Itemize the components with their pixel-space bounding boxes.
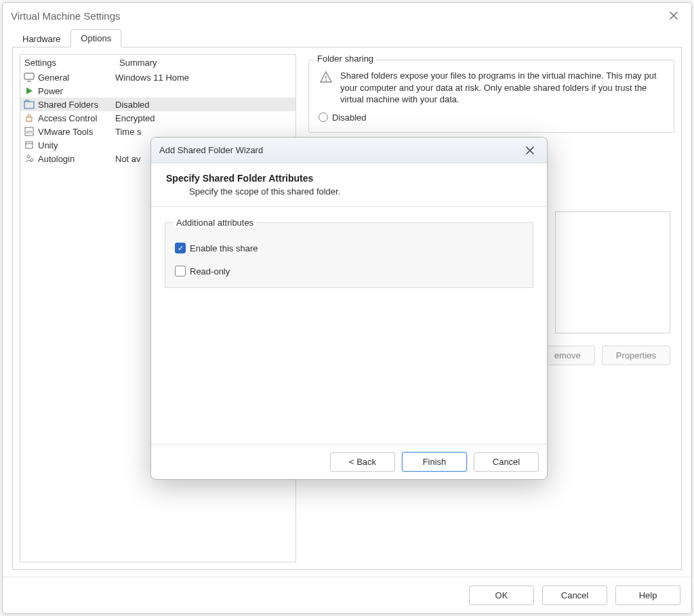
radio-icon <box>319 112 328 122</box>
folder-sharing-legend: Folder sharing <box>314 54 376 64</box>
settings-row-power[interactable]: Power <box>20 84 295 98</box>
shared-folder-icon <box>23 99 35 110</box>
enable-share-label: Enable this share <box>190 243 258 253</box>
folder-sharing-warning: Shared folders expose your files to prog… <box>340 70 664 106</box>
ok-button[interactable]: OK <box>469 586 534 605</box>
finish-button[interactable]: Finish <box>402 452 467 472</box>
row-summary: Time s <box>115 127 293 137</box>
settings-row-general[interactable]: General Windows 11 Home <box>20 70 295 84</box>
readonly-row[interactable]: Read-only <box>175 266 525 276</box>
settings-row-shared-folders[interactable]: Shared Folders Disabled <box>20 98 295 111</box>
settings-row-vmware-tools[interactable]: vm VMware Tools Time s <box>20 125 295 138</box>
lock-icon <box>23 112 35 123</box>
wizard-titlebar: Add Shared Folder Wizard <box>151 138 547 163</box>
svg-point-8 <box>325 80 327 81</box>
enable-share-row[interactable]: ✓ Enable this share <box>175 243 525 253</box>
svg-rect-1 <box>24 102 34 108</box>
additional-attributes-legend: Additional attributes <box>174 218 256 228</box>
warning-icon <box>319 70 333 85</box>
radio-disabled-label: Disabled <box>332 112 367 123</box>
row-label: Access Control <box>38 113 97 123</box>
readonly-label: Read-only <box>190 266 230 276</box>
vmtools-icon: vm <box>23 126 35 137</box>
folder-sharing-group: Folder sharing Shared folders expose you… <box>308 60 674 133</box>
checkbox-checked-icon: ✓ <box>175 243 186 253</box>
row-label: Power <box>38 86 63 96</box>
help-button[interactable]: Help <box>615 586 680 605</box>
svg-point-6 <box>27 155 30 158</box>
additional-attributes-group: Additional attributes ✓ Enable this shar… <box>165 218 533 288</box>
wizard-header: Specify Shared Folder Attributes Specify… <box>151 163 547 207</box>
wizard-close-icon[interactable] <box>521 142 539 159</box>
wizard-cancel-button[interactable]: Cancel <box>474 452 539 472</box>
user-icon <box>23 153 35 164</box>
row-label: Autologin <box>38 154 75 164</box>
add-shared-folder-wizard: Add Shared Folder Wizard Specify Shared … <box>150 137 548 480</box>
play-icon <box>23 85 35 96</box>
wizard-heading: Specify Shared Folder Attributes <box>166 173 532 184</box>
settings-col-header: Settings <box>24 58 119 68</box>
row-label: Shared Folders <box>38 100 98 110</box>
row-label: Unity <box>38 140 58 150</box>
tab-options[interactable]: Options <box>70 29 121 47</box>
remove-button[interactable]: emove <box>540 346 595 365</box>
radio-disabled[interactable]: Disabled <box>319 112 664 123</box>
row-summary: Windows 11 Home <box>115 73 293 83</box>
row-label: General <box>38 73 69 83</box>
properties-button[interactable]: Properties <box>602 346 670 365</box>
svg-rect-2 <box>26 117 32 121</box>
vm-title: Virtual Machine Settings <box>11 10 120 22</box>
wizard-footer: < Back Finish Cancel <box>151 444 547 479</box>
monitor-icon <box>23 72 35 83</box>
settings-list-header: Settings Summary <box>20 55 295 70</box>
tab-hardware[interactable]: Hardware <box>12 30 70 47</box>
wizard-subheading: Specify the scope of this shared folder. <box>166 186 532 197</box>
folders-listbox[interactable] <box>555 211 670 333</box>
svg-point-7 <box>30 159 33 161</box>
wizard-title: Add Shared Folder Wizard <box>159 145 263 155</box>
settings-row-access-control[interactable]: Access Control Encrypted <box>20 111 295 125</box>
row-summary: Disabled <box>115 100 293 110</box>
summary-col-header: Summary <box>119 58 291 68</box>
svg-rect-5 <box>26 142 33 148</box>
window-icon <box>23 140 35 150</box>
close-icon[interactable] <box>664 6 683 25</box>
back-button[interactable]: < Back <box>330 452 395 472</box>
row-summary: Encrypted <box>115 113 293 123</box>
tabstrip: Hardware Options <box>12 28 682 47</box>
row-label: VMware Tools <box>38 127 93 137</box>
vm-titlebar: Virtual Machine Settings <box>3 3 691 28</box>
svg-text:vm: vm <box>26 129 33 134</box>
checkbox-unchecked-icon <box>175 266 186 276</box>
vm-footer: OK Cancel Help <box>3 577 691 613</box>
svg-rect-0 <box>24 73 34 79</box>
cancel-button[interactable]: Cancel <box>542 586 607 605</box>
